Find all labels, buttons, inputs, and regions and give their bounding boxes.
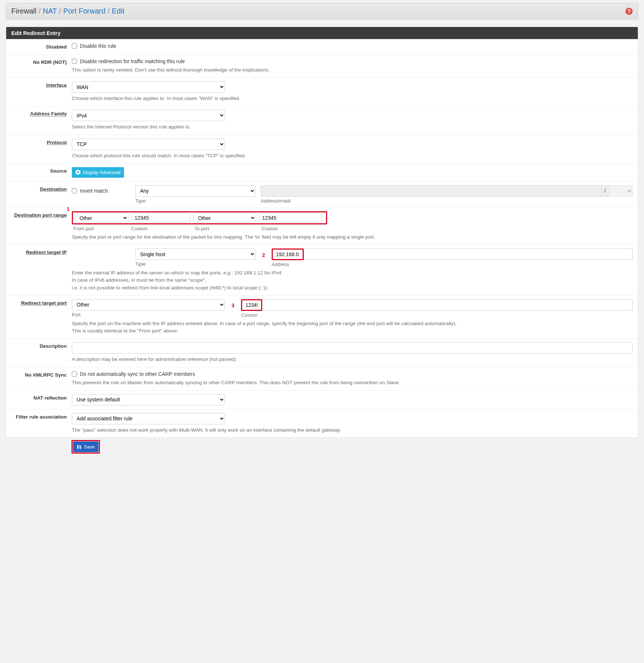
dest-to-custom-sub: Custom	[261, 226, 327, 231]
dest-invert-label: Invert match.	[80, 188, 109, 194]
filter-assoc-select[interactable]: Add associated filter rule	[72, 413, 225, 424]
protocol-select[interactable]: TCP	[72, 139, 225, 150]
redirect-port-custom-tail	[262, 299, 633, 311]
save-button-label: Save	[84, 444, 95, 450]
redirect-ip-highlight	[272, 248, 304, 260]
marker-1: 1	[65, 206, 71, 212]
label-dest-port-range: Destination port range	[6, 211, 72, 219]
marker-3: 3	[230, 302, 236, 308]
noxmlrpc-checkbox[interactable]	[72, 371, 77, 377]
label-disabled: Disabled	[6, 43, 72, 51]
dest-to-port-select[interactable]: Other	[193, 213, 256, 223]
label-protocol: Protocol	[6, 139, 72, 146]
dest-from-port-sub: From port	[73, 226, 131, 231]
breadcrumb-nat[interactable]: NAT	[43, 7, 57, 15]
address-family-help: Select the Internet Protocol version thi…	[72, 123, 633, 131]
save-highlight: Save	[71, 440, 100, 454]
dest-addr-sub: Address/mask	[261, 198, 633, 204]
dest-address-input	[261, 185, 602, 197]
redirect-port-custom-sub: Custom	[241, 312, 633, 318]
redirect-port-sub: Port	[72, 312, 225, 317]
dest-type-select[interactable]: Any	[135, 185, 256, 197]
label-redirect-ip: Redirect target IP	[6, 248, 72, 256]
label-interface: Interface	[6, 81, 72, 89]
nordr-checkbox[interactable]	[72, 59, 77, 64]
noxmlrpc-checkbox-row[interactable]: Do not automatically sync to other CARP …	[72, 371, 633, 377]
redirect-ip-type-sub: Type	[135, 261, 256, 267]
breadcrumb-sep: /	[59, 7, 61, 15]
redirect-port-select[interactable]: Other	[72, 299, 225, 311]
redirect-ip-address-input[interactable]	[273, 250, 302, 259]
marker-2: 2	[261, 252, 267, 258]
label-redirect-port: Redirect target port	[6, 299, 72, 307]
redirect-port-custom-input[interactable]	[243, 301, 261, 309]
label-noxmlrpc: No XMLRPC Sync	[6, 371, 72, 379]
protocol-help: Choose which protocol this rule should m…	[72, 152, 633, 159]
label-description: Description	[6, 342, 72, 350]
dest-from-port-select[interactable]: Other	[75, 213, 128, 223]
gear-icon	[75, 170, 81, 175]
breadcrumb-sep: /	[39, 7, 41, 15]
nordr-checkbox-label: Disable redirection for traffic matching…	[80, 58, 185, 64]
address-family-select[interactable]: IPv4	[72, 110, 225, 121]
disabled-checkbox-label: Disable this rule	[80, 43, 116, 49]
breadcrumb-port-forward[interactable]: Port Forward	[63, 7, 106, 15]
nordr-help: This option is rarely needed. Don't use …	[72, 66, 633, 74]
label-filter-assoc: Filter rule association	[6, 413, 72, 421]
interface-help: Choose which interface this rule applies…	[72, 95, 633, 102]
breadcrumb-edit[interactable]: Edit	[112, 7, 124, 15]
display-advanced-button[interactable]: Display Advanced	[72, 167, 124, 178]
noxmlrpc-checkbox-label: Do not automatically sync to other CARP …	[80, 371, 195, 377]
dest-port-help: Specify the port or port range for the d…	[72, 234, 633, 241]
dest-type-sub: Type	[135, 198, 256, 204]
description-help: A description may be entered here for ad…	[72, 356, 633, 363]
redirect-ip-address-tail	[304, 248, 633, 260]
dest-from-custom-sub: Custom	[131, 226, 195, 231]
dest-invert-checkbox[interactable]	[72, 188, 77, 193]
redirect-ip-help: Enter the internal IP address of the ser…	[72, 269, 633, 292]
breadcrumb-sep: /	[108, 7, 110, 15]
filter-assoc-help: The "pass" selection does not work prope…	[72, 427, 633, 434]
redirect-ip-type-select[interactable]: Single host	[135, 248, 256, 260]
dest-port-highlight: Other Other	[72, 211, 327, 224]
dest-mask-select	[609, 185, 633, 197]
nordr-checkbox-row[interactable]: Disable redirection for traffic matching…	[72, 58, 633, 64]
label-destination: Destination	[6, 185, 72, 193]
mask-separator: /	[602, 185, 609, 197]
interface-select[interactable]: WAN	[72, 81, 225, 93]
display-advanced-label: Display Advanced	[83, 170, 120, 175]
nat-reflection-select[interactable]: Use system default	[72, 394, 225, 405]
help-icon[interactable]: ?	[625, 8, 633, 15]
description-input[interactable]	[72, 342, 633, 354]
dest-invert-row[interactable]: Invert match.	[72, 185, 130, 197]
dest-from-custom-input[interactable]	[131, 213, 190, 223]
dest-to-custom-input[interactable]	[259, 213, 322, 223]
dest-to-port-sub: To port	[195, 226, 262, 231]
redirect-ip-addr-sub: Address	[272, 262, 633, 267]
label-nordr: No RDR (NOT)	[6, 58, 72, 66]
disabled-checkbox[interactable]	[72, 43, 77, 49]
breadcrumb: Firewall / NAT / Port Forward / Edit ?	[6, 3, 638, 19]
label-source: Source	[6, 167, 72, 175]
breadcrumb-root: Firewall	[11, 7, 36, 15]
save-icon	[77, 444, 82, 450]
label-address-family: Address Family	[6, 110, 72, 117]
panel-title: Edit Redirect Entry	[6, 27, 638, 39]
redirect-port-help: Specify the port on the machine with the…	[72, 320, 633, 335]
noxmlrpc-help: This prevents the rule on Master from au…	[72, 379, 633, 386]
save-button[interactable]: Save	[73, 442, 98, 452]
redirect-port-highlight	[241, 299, 262, 311]
label-nat-reflection: NAT reflection	[6, 394, 72, 402]
disabled-checkbox-row[interactable]: Disable this rule	[72, 43, 633, 49]
edit-redirect-panel: Edit Redirect Entry Disabled Disable thi…	[6, 27, 638, 438]
